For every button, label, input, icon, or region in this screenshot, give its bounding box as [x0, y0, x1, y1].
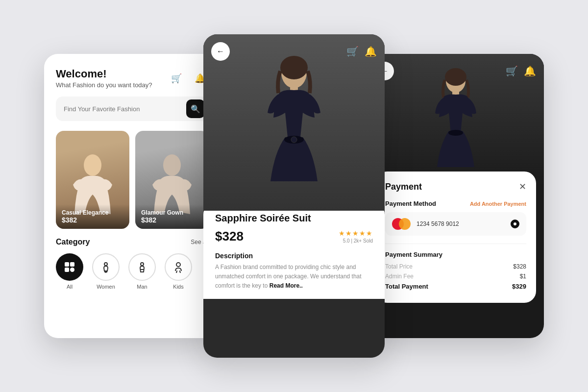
category-kids[interactable]: Kids — [165, 253, 192, 290]
search-bar: 🔍 — [56, 97, 209, 121]
total-payment-row: Total Payment $329 — [385, 283, 526, 290]
product-image-area: ← 🛒 🔔 — [203, 34, 385, 211]
svg-rect-3 — [70, 262, 74, 267]
category-man-icon — [128, 253, 156, 281]
svg-rect-4 — [65, 268, 69, 272]
product-detail-card: ← 🛒 🔔 — [203, 34, 385, 358]
product-card-2[interactable]: Glamour Gown $382 — [135, 131, 209, 229]
welcome-title: Welcome! — [56, 68, 152, 80]
desc-text: A Fashion brand committed to providing c… — [215, 263, 373, 291]
admin-fee-label: Admin Fee — [385, 273, 414, 280]
admin-fee-value: $1 — [520, 273, 526, 280]
category-kids-label: Kids — [173, 284, 183, 290]
bell-icon-detail[interactable]: 🔔 — [365, 46, 377, 57]
category-header: Category See all — [56, 238, 209, 246]
category-all[interactable]: All — [56, 253, 83, 290]
payment-modal-title: Payment — [385, 182, 422, 192]
payment-summary: Payment Summary Total Price $328 Admin F… — [385, 244, 526, 290]
total-price-row: Total Price $328 — [385, 263, 526, 270]
star-rating: ★★★★★ — [339, 229, 373, 237]
add-payment-link[interactable]: Add Another Payment — [470, 201, 526, 207]
category-man[interactable]: Man — [128, 253, 156, 290]
cart-icon[interactable]: 🛒 — [168, 70, 185, 87]
total-payment-label: Total Payment — [385, 283, 428, 290]
product-grid: Casual Elegance $382 Glamour Gown $382 — [44, 131, 220, 229]
category-all-icon — [56, 253, 83, 281]
payment-card-row[interactable]: 1234 5678 9012 — [385, 212, 526, 236]
total-payment-value: $329 — [512, 283, 526, 290]
product-overlay-1: Casual Elegance $382 — [56, 204, 129, 229]
home-title: Welcome! What Fashion do you want today? — [56, 68, 152, 89]
cart-icon-detail[interactable]: 🛒 — [346, 46, 359, 57]
payment-nav-icons-right: 🛒 🔔 — [506, 65, 536, 77]
svg-point-16 — [291, 137, 297, 143]
category-kids-icon — [165, 253, 192, 281]
detail-nav: ← 🛒 🔔 — [211, 42, 377, 61]
product-name-1: Casual Elegance — [62, 209, 123, 216]
payment-screen-card: ← 🛒 🔔 Payment — [368, 54, 544, 338]
payment-image-area: ← 🛒 🔔 — [368, 54, 544, 186]
home-header: Welcome! What Fashion do you want today?… — [44, 54, 220, 97]
product-title: Sapphire Soirée Suit — [215, 213, 373, 224]
close-button[interactable]: ✕ — [519, 181, 526, 192]
product-price-1: $382 — [62, 216, 123, 224]
category-icons: All Women Man — [56, 253, 209, 290]
search-input[interactable] — [64, 105, 186, 113]
payment-modal-header: Payment ✕ — [385, 181, 526, 192]
payment-summary-title: Payment Summary — [385, 251, 526, 258]
svg-point-20 — [448, 130, 463, 136]
svg-point-6 — [104, 263, 107, 266]
category-women-label: Women — [97, 284, 115, 290]
desc-title: Description — [215, 252, 373, 260]
search-button[interactable]: 🔍 — [186, 99, 205, 118]
payment-dress-figure — [421, 66, 490, 174]
welcome-subtitle: What Fashion do you want today? — [56, 81, 152, 89]
search-icon: 🔍 — [191, 104, 200, 114]
payment-method-header: Payment Method Add Another Payment — [385, 200, 526, 207]
nav-icons-right: 🛒 🔔 — [346, 46, 377, 57]
svg-point-11 — [176, 263, 180, 267]
detail-content: Sapphire Soirée Suit $328 ★★★★★ 5.0 | 2k… — [203, 201, 385, 299]
category-women-icon — [92, 253, 120, 281]
home-header-icons: 🛒 🔔 — [168, 70, 209, 87]
svg-rect-2 — [65, 262, 69, 267]
product-rating: ★★★★★ 5.0 | 2k+ Sold — [339, 229, 373, 244]
total-price-label: Total Price — [385, 263, 413, 270]
category-section: Category See all All Women — [44, 229, 220, 290]
payment-method-title: Payment Method — [385, 200, 436, 207]
admin-fee-row: Admin Fee $1 — [385, 273, 526, 280]
product-price-2: $382 — [141, 216, 203, 224]
svg-point-1 — [163, 154, 181, 176]
payment-modal: Payment ✕ Payment Method Add Another Pay… — [375, 172, 536, 303]
payment-radio[interactable] — [511, 220, 519, 228]
svg-point-0 — [84, 154, 101, 176]
back-button[interactable]: ← — [211, 42, 230, 61]
price-rating-row: $328 ★★★★★ 5.0 | 2k+ Sold — [215, 229, 373, 244]
card-number: 1234 5678 9012 — [416, 220, 505, 227]
category-all-label: All — [67, 284, 73, 290]
payment-method-section: Payment Method Add Another Payment 1234 … — [385, 200, 526, 236]
category-man-label: Man — [137, 284, 147, 290]
payment-nav: ← 🛒 🔔 — [375, 62, 536, 80]
rating-info: 5.0 | 2k+ Sold — [343, 238, 373, 244]
payment-cart-icon[interactable]: 🛒 — [506, 65, 518, 77]
category-women[interactable]: Women — [92, 253, 120, 290]
mastercard-icon — [392, 218, 411, 230]
dress-figure — [250, 54, 338, 191]
payment-bell-icon[interactable]: 🔔 — [524, 65, 536, 77]
read-more-link[interactable]: Read More.. — [270, 282, 303, 289]
product-overlay-2: Glamour Gown $382 — [135, 204, 209, 229]
svg-point-5 — [70, 268, 74, 272]
category-title: Category — [56, 238, 90, 246]
home-screen-card: Welcome! What Fashion do you want today?… — [44, 54, 220, 338]
product-price: $328 — [215, 229, 244, 244]
total-price-value: $328 — [513, 263, 526, 270]
svg-point-9 — [141, 263, 144, 266]
product-name-2: Glamour Gown — [141, 209, 203, 216]
product-card-1[interactable]: Casual Elegance $382 — [56, 131, 129, 229]
